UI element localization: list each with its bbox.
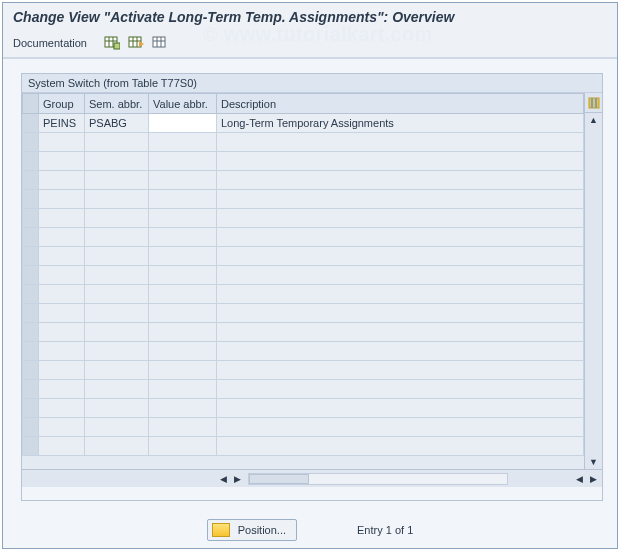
cell-value-abbr[interactable] (149, 209, 217, 228)
table-export-icon[interactable] (127, 35, 145, 51)
cell-value-abbr[interactable] (149, 304, 217, 323)
cell-group (39, 247, 85, 266)
scroll-thumb[interactable] (249, 474, 309, 484)
row-selector[interactable] (23, 418, 39, 437)
cell-value-abbr[interactable] (149, 171, 217, 190)
row-selector-header[interactable] (23, 94, 39, 114)
col-header-value-abbr[interactable]: Value abbr. (149, 94, 217, 114)
row-selector[interactable] (23, 304, 39, 323)
cell-value-abbr[interactable] (149, 228, 217, 247)
row-selector[interactable] (23, 152, 39, 171)
cell-group (39, 418, 85, 437)
row-selector[interactable] (23, 190, 39, 209)
cell-description (217, 361, 584, 380)
vertical-scrollbar[interactable]: ▲ ▼ (584, 93, 602, 469)
cell-value-abbr[interactable] (149, 323, 217, 342)
cell-value-abbr[interactable] (149, 342, 217, 361)
row-selector[interactable] (23, 437, 39, 456)
cell-value-abbr[interactable] (149, 437, 217, 456)
table-row[interactable] (23, 304, 584, 323)
table-row[interactable] (23, 247, 584, 266)
cell-group (39, 437, 85, 456)
table-row[interactable] (23, 152, 584, 171)
table-row[interactable] (23, 342, 584, 361)
table-config-column-icon[interactable] (585, 93, 602, 113)
row-selector[interactable] (23, 361, 39, 380)
table-settings-icon[interactable] (103, 35, 121, 51)
cell-group (39, 228, 85, 247)
cell-description (217, 323, 584, 342)
col-header-description[interactable]: Description (217, 94, 584, 114)
row-selector[interactable] (23, 323, 39, 342)
horizontal-scrollbar[interactable]: ◀ ▶ ◀ ▶ (22, 469, 602, 487)
cell-sem-abbr (85, 399, 149, 418)
cell-sem-abbr (85, 152, 149, 171)
cell-value-abbr[interactable] (149, 361, 217, 380)
system-switch-panel: System Switch (from Table T77S0) Group S… (21, 73, 603, 501)
cell-group: PEINS (39, 114, 85, 133)
row-selector[interactable] (23, 285, 39, 304)
cell-value-abbr[interactable] (149, 152, 217, 171)
cell-sem-abbr (85, 190, 149, 209)
row-selector[interactable] (23, 209, 39, 228)
cell-description (217, 342, 584, 361)
scroll-right2-icon[interactable]: ▶ (586, 472, 600, 486)
grid[interactable]: Group Sem. abbr. Value abbr. Description… (22, 93, 584, 469)
table-row[interactable] (23, 323, 584, 342)
position-button[interactable]: Position... (207, 519, 297, 541)
row-selector[interactable] (23, 247, 39, 266)
cell-group (39, 342, 85, 361)
cell-value-abbr[interactable] (149, 190, 217, 209)
cell-sem-abbr (85, 437, 149, 456)
cell-sem-abbr: PSABG (85, 114, 149, 133)
cell-sem-abbr (85, 266, 149, 285)
row-selector[interactable] (23, 342, 39, 361)
row-selector[interactable] (23, 171, 39, 190)
cell-description (217, 285, 584, 304)
scroll-left2-icon[interactable]: ◀ (572, 472, 586, 486)
col-header-group[interactable]: Group (39, 94, 85, 114)
cell-sem-abbr (85, 304, 149, 323)
cell-sem-abbr (85, 228, 149, 247)
row-selector[interactable] (23, 133, 39, 152)
cell-value-abbr[interactable] (149, 266, 217, 285)
table-row[interactable] (23, 437, 584, 456)
table-row[interactable] (23, 133, 584, 152)
cell-group (39, 190, 85, 209)
table-row[interactable] (23, 380, 584, 399)
table-row[interactable] (23, 418, 584, 437)
table-row[interactable] (23, 399, 584, 418)
svg-rect-16 (595, 98, 597, 108)
row-selector[interactable] (23, 228, 39, 247)
row-selector[interactable] (23, 399, 39, 418)
table-row[interactable] (23, 266, 584, 285)
table-row[interactable] (23, 361, 584, 380)
scroll-right-icon[interactable]: ▶ (230, 472, 244, 486)
table-config-icon[interactable] (151, 35, 169, 51)
scroll-up-icon[interactable]: ▲ (587, 113, 601, 127)
cell-description (217, 133, 584, 152)
cell-value-abbr[interactable] (149, 418, 217, 437)
row-selector[interactable] (23, 114, 39, 133)
table-row[interactable]: PEINSPSABGLong-Term Temporary Assignment… (23, 114, 584, 133)
table-row[interactable] (23, 209, 584, 228)
cell-value-abbr[interactable] (149, 380, 217, 399)
col-header-sem-abbr[interactable]: Sem. abbr. (85, 94, 149, 114)
row-selector[interactable] (23, 266, 39, 285)
scroll-left-icon[interactable]: ◀ (216, 472, 230, 486)
cell-value-abbr[interactable] (149, 114, 217, 133)
row-selector[interactable] (23, 380, 39, 399)
footer: Position... Entry 1 of 1 (3, 519, 617, 541)
table-row[interactable] (23, 190, 584, 209)
table-row[interactable] (23, 285, 584, 304)
scroll-down-icon[interactable]: ▼ (587, 455, 601, 469)
cell-group (39, 361, 85, 380)
cell-value-abbr[interactable] (149, 285, 217, 304)
cell-sem-abbr (85, 418, 149, 437)
table-row[interactable] (23, 228, 584, 247)
cell-value-abbr[interactable] (149, 247, 217, 266)
cell-description (217, 171, 584, 190)
cell-value-abbr[interactable] (149, 133, 217, 152)
cell-value-abbr[interactable] (149, 399, 217, 418)
table-row[interactable] (23, 171, 584, 190)
